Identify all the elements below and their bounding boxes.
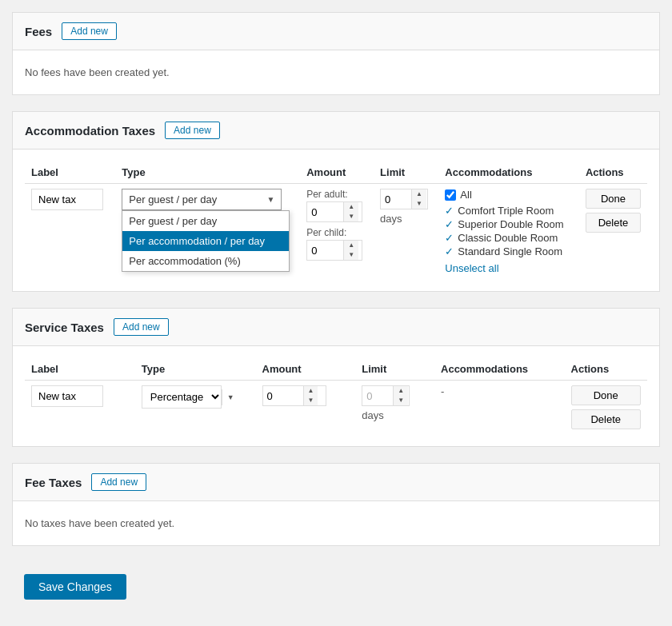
limit-spinner: ▲ ▼ bbox=[380, 189, 428, 209]
service-tax-label-input[interactable] bbox=[31, 385, 103, 407]
service-limit-decrement[interactable]: ▼ bbox=[394, 396, 408, 405]
col-accommodations: Accommodations bbox=[438, 161, 579, 184]
service-amount-spin-buttons: ▲ ▼ bbox=[303, 386, 318, 405]
accom-name: Superior Double Room bbox=[458, 218, 563, 230]
per-adult-row: Per adult: ▲ ▼ bbox=[306, 189, 367, 222]
per-adult-spinner: ▲ ▼ bbox=[306, 201, 362, 222]
svc-label-cell bbox=[25, 381, 135, 435]
service-amount-spinner: ▲ ▼ bbox=[262, 385, 326, 406]
tax-type-dropdown-trigger[interactable]: Per guest / per day ▼ bbox=[122, 189, 282, 210]
limit-increment[interactable]: ▲ bbox=[412, 189, 426, 199]
service-taxes-section: Service Taxes Add new Label Type Amount … bbox=[12, 308, 660, 447]
svc-actions-cell: Done Delete bbox=[565, 381, 647, 435]
per-child-row: Per child: ▲ ▼ bbox=[306, 227, 367, 261]
tax-label-input[interactable] bbox=[31, 189, 103, 210]
accommodations-list: All ✓ Comfort Triple Room ✓ Superior Dou… bbox=[445, 189, 573, 274]
service-amount-decrement[interactable]: ▼ bbox=[304, 396, 318, 405]
checkmark-icon: ✓ bbox=[445, 205, 454, 217]
amount-group: Per adult: ▲ ▼ bbox=[306, 189, 367, 261]
limit-spin-buttons: ▲ ▼ bbox=[411, 189, 426, 209]
service-amount-input[interactable] bbox=[263, 387, 303, 405]
col-limit: Limit bbox=[374, 161, 438, 184]
fees-section-header: Fees Add new bbox=[13, 13, 659, 50]
svc-col-amount: Amount bbox=[256, 358, 356, 381]
per-adult-input[interactable] bbox=[307, 203, 343, 221]
fee-taxes-header: Fee Taxes Add new bbox=[13, 464, 659, 501]
fees-no-items: No fees have been created yet. bbox=[25, 62, 647, 82]
tax-type-cell: Per guest / per day ▼ Per guest / per da… bbox=[115, 184, 300, 280]
service-limit-spin-buttons: ▲ ▼ bbox=[393, 386, 408, 405]
per-child-label: Per child: bbox=[306, 227, 367, 238]
all-label: All bbox=[460, 189, 471, 201]
dropdown-item-per-guest[interactable]: Per guest / per day bbox=[122, 211, 289, 231]
tax-label-cell bbox=[25, 184, 115, 280]
fees-section-body: No fees have been created yet. bbox=[13, 50, 659, 94]
accommodation-taxes-header: Accommodation Taxes Add new bbox=[13, 112, 659, 150]
accom-name: Comfort Triple Room bbox=[458, 205, 554, 217]
all-checkbox-row: All bbox=[445, 189, 573, 201]
svc-col-limit: Limit bbox=[355, 358, 434, 381]
checkmark-icon: ✓ bbox=[445, 232, 454, 244]
accommodation-tax-delete-button[interactable]: Delete bbox=[586, 213, 641, 233]
accommodation-tax-row: Per guest / per day ▼ Per guest / per da… bbox=[25, 184, 647, 280]
service-amount-increment[interactable]: ▲ bbox=[304, 386, 318, 396]
service-tax-row: Percentage Fixed ▼ ▲ bbox=[25, 381, 647, 435]
accom-item-classic-double: ✓ Classic Double Room bbox=[445, 232, 573, 244]
tax-actions-cell: Done Delete bbox=[579, 184, 647, 280]
service-taxes-table: Label Type Amount Limit Accommodations A… bbox=[25, 358, 647, 434]
service-taxes-title: Service Taxes bbox=[25, 321, 104, 334]
tax-type-dropdown-container: Per guest / per day ▼ Per guest / per da… bbox=[122, 189, 282, 210]
tax-type-dropdown-list: Per guest / per day Per accommodation / … bbox=[122, 210, 290, 272]
service-type-select-wrapper: Percentage Fixed ▼ bbox=[142, 385, 222, 409]
service-limit-spinner: ▲ ▼ bbox=[362, 385, 410, 406]
service-taxes-body: Label Type Amount Limit Accommodations A… bbox=[13, 346, 659, 446]
fee-taxes-no-items: No taxes have been created yet. bbox=[25, 513, 647, 533]
limit-group: ▲ ▼ days bbox=[380, 189, 432, 225]
service-taxes-add-new-button[interactable]: Add new bbox=[114, 318, 169, 336]
per-child-increment[interactable]: ▲ bbox=[344, 241, 358, 250]
dropdown-item-per-accommodation-pct[interactable]: Per accommodation (%) bbox=[122, 251, 289, 271]
service-tax-done-button[interactable]: Done bbox=[571, 385, 641, 405]
service-limit-increment[interactable]: ▲ bbox=[394, 386, 408, 396]
accommodation-taxes-add-new-button[interactable]: Add new bbox=[165, 122, 220, 139]
col-type: Type bbox=[115, 161, 300, 184]
fee-taxes-body: No taxes have been created yet. bbox=[13, 501, 659, 545]
svc-type-cell: Percentage Fixed ▼ bbox=[135, 381, 256, 435]
accommodation-tax-action-buttons: Done Delete bbox=[586, 189, 641, 233]
per-child-input[interactable] bbox=[307, 241, 343, 260]
checkmark-icon: ✓ bbox=[445, 218, 454, 230]
accommodation-taxes-body: Label Type Amount Limit Accommodations A… bbox=[13, 150, 659, 291]
all-checkbox[interactable] bbox=[445, 189, 456, 201]
accommodation-tax-done-button[interactable]: Done bbox=[586, 189, 641, 209]
fees-add-new-button[interactable]: Add new bbox=[62, 22, 117, 40]
service-taxes-header: Service Taxes Add new bbox=[13, 309, 659, 346]
tax-accommodations-cell: All ✓ Comfort Triple Room ✓ Superior Dou… bbox=[438, 184, 579, 280]
limit-decrement[interactable]: ▼ bbox=[412, 199, 426, 209]
service-type-select[interactable]: Percentage Fixed bbox=[142, 386, 222, 408]
svc-col-type: Type bbox=[135, 358, 256, 381]
svc-accommodations-cell: - bbox=[434, 381, 565, 435]
accom-item-standard-single: ✓ Standard Single Room bbox=[445, 245, 573, 257]
fee-taxes-add-new-button[interactable]: Add new bbox=[91, 473, 146, 491]
svc-col-accommodations: Accommodations bbox=[434, 358, 565, 381]
per-child-decrement[interactable]: ▼ bbox=[344, 250, 358, 260]
svc-limit-cell: ▲ ▼ days bbox=[355, 381, 434, 435]
service-tax-delete-button[interactable]: Delete bbox=[571, 409, 641, 429]
dropdown-item-per-accommodation[interactable]: Per accommodation / per day bbox=[122, 231, 289, 251]
per-child-spin-buttons: ▲ ▼ bbox=[343, 241, 358, 260]
chevron-down-icon: ▼ bbox=[222, 389, 239, 405]
unselect-all-link[interactable]: Unselect all bbox=[445, 262, 573, 274]
service-limit-input[interactable] bbox=[362, 387, 393, 405]
fee-taxes-title: Fee Taxes bbox=[25, 476, 82, 489]
per-adult-increment[interactable]: ▲ bbox=[344, 202, 358, 212]
fee-taxes-section: Fee Taxes Add new No taxes have been cre… bbox=[12, 463, 660, 546]
svc-amount-cell: ▲ ▼ bbox=[256, 381, 356, 435]
save-changes-button[interactable]: Save Changes bbox=[24, 574, 126, 600]
per-adult-decrement[interactable]: ▼ bbox=[344, 212, 358, 221]
limit-input[interactable] bbox=[381, 190, 411, 209]
col-amount: Amount bbox=[300, 161, 374, 184]
service-accommodations-dash: - bbox=[441, 385, 444, 397]
chevron-down-icon: ▼ bbox=[266, 195, 274, 204]
col-label: Label bbox=[25, 161, 115, 184]
accommodation-taxes-title: Accommodation Taxes bbox=[25, 124, 155, 138]
